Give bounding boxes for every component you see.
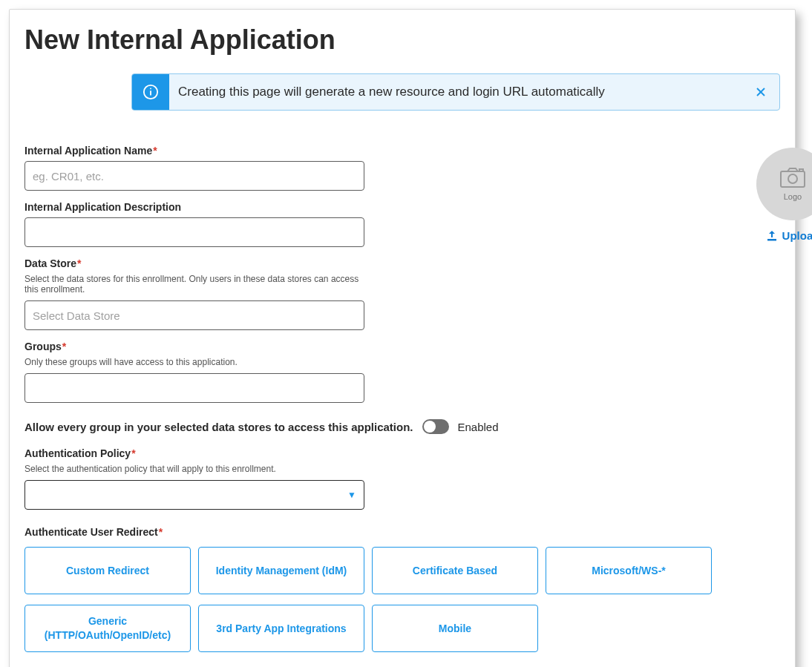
groups-label: Groups	[24, 341, 62, 352]
redirect-option-certificate[interactable]: Certificate Based	[372, 547, 538, 594]
info-alert: Creating this page will generate a new r…	[131, 73, 780, 111]
allow-all-groups-row: Allow every group in your selected data …	[24, 419, 712, 434]
allow-all-state-label: Enabled	[458, 421, 499, 433]
redirect-option-mobile[interactable]: Mobile	[372, 605, 538, 652]
data-store-description: Select the data stores for this enrollme…	[24, 274, 366, 295]
logo-column: Logo Upload	[756, 145, 812, 245]
auth-policy-select[interactable]: ▼	[24, 480, 364, 510]
svg-point-2	[150, 88, 151, 90]
redirect-option-custom[interactable]: Custom Redirect	[24, 547, 191, 594]
required-indicator: *	[77, 257, 81, 269]
upload-label: Upload	[782, 229, 812, 242]
svg-rect-8	[767, 239, 776, 241]
logo-placeholder: Logo	[756, 148, 812, 220]
groups-input[interactable]	[24, 373, 364, 403]
data-store-label: Data Store	[24, 257, 76, 269]
field-app-name: Internal Application Name*	[24, 145, 712, 191]
upload-icon	[766, 230, 778, 242]
info-icon	[132, 74, 169, 110]
auth-policy-description: Select the authentication policy that wi…	[24, 464, 366, 474]
upload-button[interactable]: Upload	[766, 229, 812, 242]
form-column: Internal Application Name* Internal Appl…	[24, 145, 712, 663]
redirect-option-microsoft[interactable]: Microsoft/WS-*	[546, 547, 712, 594]
allow-all-text: Allow every group in your selected data …	[24, 421, 413, 433]
field-app-description: Internal Application Description	[24, 201, 712, 247]
field-data-store: Data Store* Select the data stores for t…	[24, 257, 712, 330]
app-description-label: Internal Application Description	[24, 201, 712, 213]
data-store-input[interactable]	[24, 300, 364, 330]
alert-message: Creating this page will generate a new r…	[169, 74, 742, 110]
app-description-input[interactable]	[24, 217, 364, 247]
groups-description: Only these groups will have access to th…	[24, 357, 366, 367]
svg-point-6	[788, 174, 797, 183]
field-auth-redirect: Authenticate User Redirect* Custom Redir…	[24, 526, 712, 652]
required-indicator: *	[62, 341, 66, 352]
required-indicator: *	[131, 447, 135, 459]
redirect-option-idm[interactable]: Identity Management (IdM)	[198, 547, 364, 594]
app-name-label: Internal Application Name	[24, 145, 152, 157]
page-title: New Internal Application	[24, 24, 780, 56]
camera-icon	[780, 167, 805, 188]
redirect-option-grid: Custom Redirect Identity Management (IdM…	[24, 547, 712, 652]
alert-close-button[interactable]	[742, 74, 779, 110]
required-indicator: *	[159, 526, 163, 538]
required-indicator: *	[153, 145, 157, 157]
allow-all-toggle[interactable]	[422, 419, 449, 434]
app-name-input[interactable]	[24, 161, 364, 191]
field-auth-policy: Authentication Policy* Select the authen…	[24, 447, 712, 510]
logo-label: Logo	[784, 192, 802, 201]
auth-redirect-label: Authenticate User Redirect	[24, 526, 158, 538]
chevron-down-icon: ▼	[347, 490, 356, 500]
redirect-option-3rd-party[interactable]: 3rd Party App Integrations	[198, 605, 364, 652]
new-internal-application-page: New Internal Application Creating this p…	[9, 9, 796, 667]
redirect-option-generic[interactable]: Generic (HTTP/OAuth/OpenID/etc)	[24, 605, 191, 652]
auth-policy-label: Authentication Policy	[24, 447, 131, 459]
svg-rect-7	[799, 169, 803, 171]
field-groups: Groups* Only these groups will have acce…	[24, 341, 712, 403]
toggle-knob	[424, 421, 436, 433]
